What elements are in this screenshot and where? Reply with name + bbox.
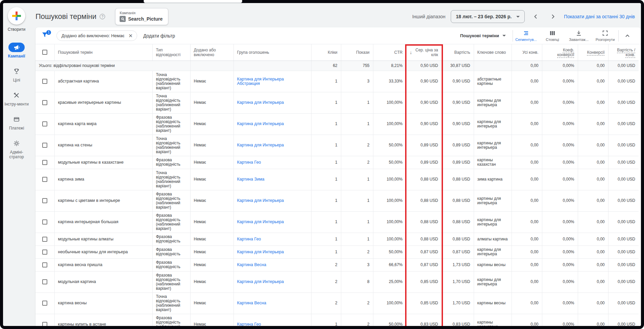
row-checkbox[interactable] [42, 301, 47, 306]
col-keyword[interactable]: Ключове слово [474, 44, 512, 61]
ad-group-link[interactable]: Картина для Интерьера [237, 121, 284, 126]
view-selector[interactable]: Пошукові терміни [460, 33, 506, 38]
row-checkbox[interactable] [42, 262, 47, 267]
col-search-term[interactable]: Пошуковий термін [54, 44, 152, 61]
col-clicks[interactable]: Кліки [311, 44, 341, 61]
ad-group-link[interactable]: Картина Зима [237, 177, 265, 182]
ctr-cell: 25,00% [373, 271, 406, 292]
collapse-panel-button[interactable] [619, 32, 636, 39]
cost-cell: 0,90 USD [442, 92, 474, 113]
add-filter-button[interactable]: Додати фільтр [143, 33, 175, 39]
campaign-scope-label: Кампанія [120, 11, 163, 15]
date-range-picker[interactable]: 18 лют. – 23 бер. 2026 р. [451, 10, 525, 23]
row-checkbox[interactable] [42, 322, 47, 326]
ad-group-cell: Картина для Интерьера [233, 92, 311, 113]
col-impressions[interactable]: Покази [341, 44, 373, 61]
col-conversions[interactable]: Конверсії [578, 44, 608, 61]
sidebar-item-admin[interactable]: Адміні-стратор [3, 136, 30, 165]
ad-group-cell: Картина для Интерьера [233, 135, 311, 156]
ad-group-link[interactable]: Картина для Интерьера [237, 143, 284, 147]
col-match-type[interactable]: Тип відповідності [152, 44, 190, 61]
ad-group-link[interactable]: Картина для Интерьера Абстракция [237, 77, 284, 86]
added-excluded-cell: Немає [190, 113, 233, 135]
ad-group-link[interactable]: Картина для Интерьера [237, 198, 284, 203]
row-checkbox[interactable] [42, 100, 47, 105]
show-last-30-days-link[interactable]: Показати дані за останні 30 днів [564, 14, 635, 19]
segment-icon [523, 30, 529, 37]
table-row: картина зима Точна відповідність (наближ… [35, 169, 639, 190]
col-ad-group[interactable]: Група оголошень [233, 44, 311, 61]
sidebar-item-campaigns[interactable]: Кампанії [3, 40, 30, 64]
next-range-button[interactable] [547, 12, 559, 21]
ctr-cell: 100,00% [373, 190, 406, 211]
row-select-cell [35, 156, 54, 169]
cost-per-conv-cell: 0,00 USD [608, 156, 639, 169]
added-excluded-cell: Немає [190, 245, 233, 258]
close-icon[interactable]: ✕ [128, 34, 133, 38]
row-checkbox[interactable] [42, 177, 47, 182]
filter-chip[interactable]: Додано або виключено: Немає ✕ [56, 30, 137, 41]
col-avg-cpc[interactable]: ↓ Сер. ціна за клік [406, 44, 442, 61]
cost-cell: 0,83 USD [442, 314, 474, 326]
row-checkbox[interactable] [42, 143, 47, 148]
row-checkbox[interactable] [42, 219, 47, 225]
row-checkbox[interactable] [42, 160, 47, 165]
col-conv-rate[interactable]: Коеф. конверсії [542, 44, 578, 61]
col-cost-per-conv[interactable]: Вартість / конв. [608, 44, 639, 61]
campaign-scope-chip[interactable]: Кампанія Search_Picture [115, 8, 168, 25]
ad-group-cell: Картина Гео [233, 156, 311, 169]
all-conv-cell: 0,00 [512, 71, 542, 92]
row-checkbox[interactable] [42, 279, 47, 284]
expand-button[interactable]: Розгорнути [592, 29, 618, 42]
conv-rate-cell: 0,00% [542, 169, 578, 190]
match-type-cell: Фразова відповідність [152, 156, 190, 169]
conversions-cell: 0,00 [578, 113, 608, 135]
ad-group-link[interactable]: Картина для Интерьера [237, 250, 284, 254]
create-button[interactable]: Створити [3, 7, 30, 32]
col-cost[interactable]: Вартість [442, 44, 474, 61]
totals-all-conv: 0,00 [512, 61, 542, 71]
ad-group-link[interactable]: Картина Весна [237, 262, 266, 267]
ad-group-cell: Картина Гео [233, 233, 311, 245]
totals-ad-group [233, 61, 311, 71]
ad-group-link[interactable]: Картина для Интерьера [237, 100, 284, 105]
select-all-checkbox[interactable] [42, 50, 47, 55]
sidebar-item-tools[interactable]: Інстру-менти [3, 88, 30, 112]
ad-group-link[interactable]: Картина Гео [237, 322, 261, 326]
row-checkbox[interactable] [42, 237, 47, 242]
conversions-cell: 0,00 [578, 258, 608, 271]
search-term-cell: картины купить в астане [54, 314, 152, 326]
page-title: Пошукові терміни [35, 12, 96, 21]
help-icon[interactable]: ? [100, 14, 105, 19]
sidebar-item-goals[interactable]: Цілі [3, 64, 30, 88]
row-checkbox[interactable] [42, 198, 47, 203]
totals-cost: 30,87 USD [442, 61, 474, 71]
other-range-label: Інший діапазон [412, 14, 445, 19]
download-button[interactable]: Завантаж... [566, 29, 592, 42]
clicks-cell: 1 [311, 169, 341, 190]
col-added-excluded[interactable]: Додано або виключено [190, 44, 233, 61]
table-header-row: Пошуковий термін Тип відповідності Додан… [35, 44, 639, 61]
ad-group-link[interactable]: Картина для Интерьера [237, 219, 284, 224]
filter-funnel-button[interactable]: 1 [42, 31, 50, 40]
segment-button[interactable]: Сегментув... [513, 29, 539, 42]
row-checkbox[interactable] [42, 79, 47, 84]
all-conv-cell: 0,00 [512, 211, 542, 233]
ad-group-link[interactable]: Картина Гео [237, 237, 261, 241]
row-checkbox[interactable] [42, 250, 47, 255]
avg-cpc-cell: 0,87 USD [406, 245, 442, 258]
ad-group-link[interactable]: Картина Весна [237, 301, 266, 305]
prev-range-button[interactable] [530, 12, 542, 21]
row-checkbox[interactable] [42, 121, 47, 126]
columns-button[interactable]: Стовпці [539, 29, 566, 42]
col-all-conv[interactable]: Усі конв. [512, 44, 542, 61]
cost-per-conv-cell: 0,00 USD [608, 271, 639, 292]
ad-group-cell: Картина для Интерьера [233, 211, 311, 233]
campaign-search-icon [120, 16, 126, 22]
conv-rate-cell: 0,00% [542, 271, 578, 292]
ad-group-link[interactable]: Картина Гео [237, 160, 261, 165]
sidebar-item-billing[interactable]: Платежі [3, 112, 30, 136]
col-ctr[interactable]: CTR [373, 44, 406, 61]
ad-group-link[interactable]: Картина для Интерьера [237, 279, 284, 284]
create-circle[interactable] [8, 7, 25, 25]
